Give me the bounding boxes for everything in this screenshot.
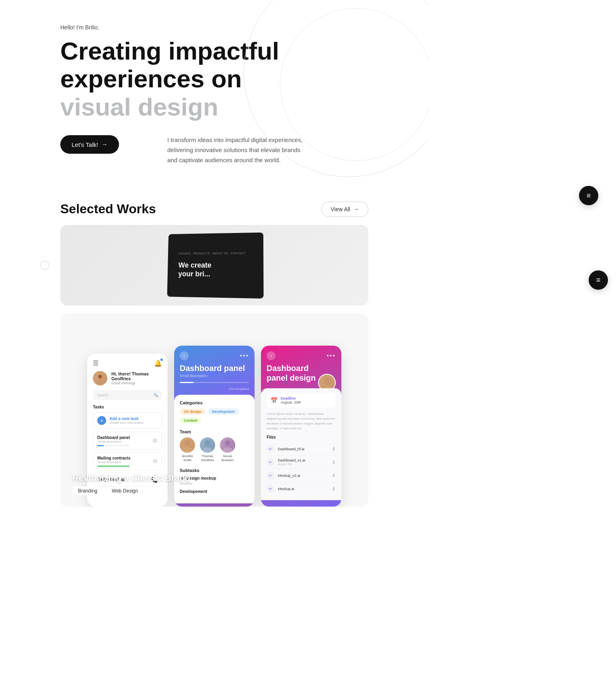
hero-section: Hello! I'm Brilio. Creating impactful ex… xyxy=(0,0,429,181)
svg-point-2 xyxy=(185,440,190,446)
notification-dot xyxy=(160,359,163,361)
task-add-sub: Create your new project xyxy=(109,421,144,425)
team-name-1: JenniferSmith xyxy=(180,454,195,463)
lorem-text: Lorem ipsum dolor sit amet, consectetur … xyxy=(267,412,336,431)
deadline-label: Deadline xyxy=(281,396,301,400)
file-item-3[interactable]: ✏ Mockup_v2.ai ⬇ xyxy=(267,469,336,482)
team-label: Team xyxy=(180,429,249,434)
phone-right: ‹ ••• Dashboard panel design 📅 Deadline … xyxy=(261,346,341,507)
search-icon: 🔍 xyxy=(154,393,158,397)
file-4-download-icon[interactable]: ⬇ xyxy=(332,486,336,492)
cat-content-tag: Content xyxy=(180,417,201,424)
file-3-info: Mockup_v2.ai xyxy=(278,474,300,478)
right-body: 📅 Deadline August, 20th Lorem ipsum dolo… xyxy=(261,388,341,500)
hero-title-accent: visual design xyxy=(60,93,218,121)
greeting-time: Good morning! xyxy=(111,381,162,385)
lets-talk-button[interactable]: Let's Talk! → xyxy=(60,135,119,154)
task2-progress-fill xyxy=(97,466,129,467)
file-4-info: Mockup.ai xyxy=(278,487,294,491)
lets-talk-arrow: → xyxy=(101,141,108,148)
task-item-2-left: Mailing contracts Small description xyxy=(97,456,130,467)
deadline-date: August, 20th xyxy=(281,400,301,404)
file-icon-2: ✏ xyxy=(267,458,275,466)
svg-point-6 xyxy=(225,440,230,446)
file-item-3-left: ✏ Mockup_v2.ai xyxy=(267,472,300,480)
file-2-download-icon[interactable]: ⬇ xyxy=(332,460,336,465)
add-icon: + xyxy=(97,416,106,425)
svg-point-0 xyxy=(98,375,102,379)
task-item-1-left: Dashboard panel Small description xyxy=(97,435,130,446)
right-back-button[interactable]: ‹ xyxy=(267,351,275,360)
file-2-name: Dashboard_v1.ai xyxy=(278,458,305,462)
hello-label: Hello! I'm Brilio. xyxy=(60,24,368,31)
categories-label: Categories xyxy=(180,400,249,405)
phone-right-header: ‹ ••• xyxy=(261,346,341,363)
task1-sub: Small description xyxy=(97,440,130,443)
task-add-item[interactable]: + Add a new task Create your new project xyxy=(93,412,162,429)
back-button[interactable]: ‹ xyxy=(180,351,189,360)
task2-name: Mailing contracts xyxy=(97,456,130,460)
hero-description: I transform ideas into impactful digital… xyxy=(167,135,312,165)
task1-progress-bar xyxy=(97,445,129,446)
file-3-download-icon[interactable]: ⬇ xyxy=(332,473,336,478)
right-options-dots[interactable]: ••• xyxy=(326,352,336,359)
monitor-headline: We createyour bri... xyxy=(178,261,211,278)
svg-point-5 xyxy=(203,447,212,453)
center-progress-fill xyxy=(180,382,193,383)
svg-point-4 xyxy=(205,440,210,446)
svg-point-3 xyxy=(183,447,192,453)
search-placeholder: Search xyxy=(97,393,109,397)
nav-offers: OFFERS xyxy=(179,252,191,255)
work-card-2[interactable]: ☰ 🔔 Hi, there! Thomas Geoffries Good mor… xyxy=(60,313,368,507)
search-bar[interactable]: Search 🔍 xyxy=(93,390,162,400)
nav-about: ABOUT US xyxy=(212,251,228,254)
file-icon-1: ✏ xyxy=(267,445,275,453)
file-1-info: Dashboard_hf.ai xyxy=(278,447,304,451)
phone-greeting-row: Hi, there! Thomas Geoffries Good morning… xyxy=(87,371,168,390)
file-item-4[interactable]: ✏ Mockup.ai ⬇ xyxy=(267,482,336,495)
hero-title: Creating impactful experiences on visual… xyxy=(60,37,302,121)
file-2-date: August 5th xyxy=(278,462,305,466)
file-3-name: Mockup_v2.ai xyxy=(278,474,300,478)
file-1-name: Dashboard_hf.ai xyxy=(278,447,304,451)
hamburger-icon: ☰ xyxy=(93,359,99,367)
card-tag-webdesign: Web Design xyxy=(106,486,144,495)
work-card-1[interactable]: OFFERS PRODUCTS ABOUT US CONTACT We crea… xyxy=(60,225,368,305)
file-icon-4: ✏ xyxy=(267,485,275,493)
card-app-label: Revitalizing a Classic Brand Branding We… xyxy=(72,473,190,495)
greeting-text: Hi, there! Thomas Geoffries Good morning… xyxy=(111,371,162,385)
hero-bottom-row: Let's Talk! → I transform ideas into imp… xyxy=(60,135,368,165)
monitor-mockup: OFFERS PRODUCTS ABOUT US CONTACT We crea… xyxy=(167,232,264,298)
nav-contact: CONTACT xyxy=(230,251,245,254)
task1-progress-fill xyxy=(97,445,104,446)
monitor-screen: OFFERS PRODUCTS ABOUT US CONTACT We crea… xyxy=(172,237,259,293)
options-dots[interactable]: ••• xyxy=(240,352,249,359)
hero-title-line1: Creating impactful xyxy=(60,37,279,65)
team-avatar-nicole xyxy=(220,437,235,453)
section-title: Selected Works xyxy=(60,202,156,216)
view-all-label: View All xyxy=(331,206,350,212)
greeting-hi: Hi, there! Thomas Geoffries xyxy=(111,371,162,381)
file-2-info: Dashboard_v1.ai August 5th xyxy=(278,458,305,466)
svg-point-8 xyxy=(324,377,331,385)
file-item-2[interactable]: ✏ Dashboard_v1.ai August 5th ⬇ xyxy=(267,456,336,469)
categories-row: UX design Development Content xyxy=(180,408,249,424)
center-progress-label: 1/5 completed xyxy=(174,387,255,395)
team-avatar-jennifer xyxy=(180,437,195,453)
file-4-name: Mockup.ai xyxy=(278,487,294,491)
file-1-download-icon[interactable]: ⬇ xyxy=(332,446,336,452)
task-item-2[interactable]: Mailing contracts Small description ✉ xyxy=(93,452,162,470)
task-add-title: Add a new task xyxy=(109,416,144,421)
file-item-1-left: ✏ Dashboard_hf.ai xyxy=(267,445,304,453)
task2-sub: Small description xyxy=(97,460,130,464)
task-item-1[interactable]: Dashboard panel Small description ⚙ xyxy=(93,432,162,450)
view-all-button[interactable]: View All → xyxy=(321,202,368,217)
tasks-label: Tasks xyxy=(87,405,168,412)
file-icon-3: ✏ xyxy=(267,472,275,480)
file-item-1[interactable]: ✏ Dashboard_hf.ai ⬇ xyxy=(267,443,336,456)
hero-title-line2: experiences on xyxy=(60,65,242,93)
view-all-arrow: → xyxy=(353,206,359,212)
circle-decoration-left xyxy=(40,261,49,270)
task1-icon: ⚙ xyxy=(152,437,158,444)
task2-icon: ✉ xyxy=(153,458,158,464)
